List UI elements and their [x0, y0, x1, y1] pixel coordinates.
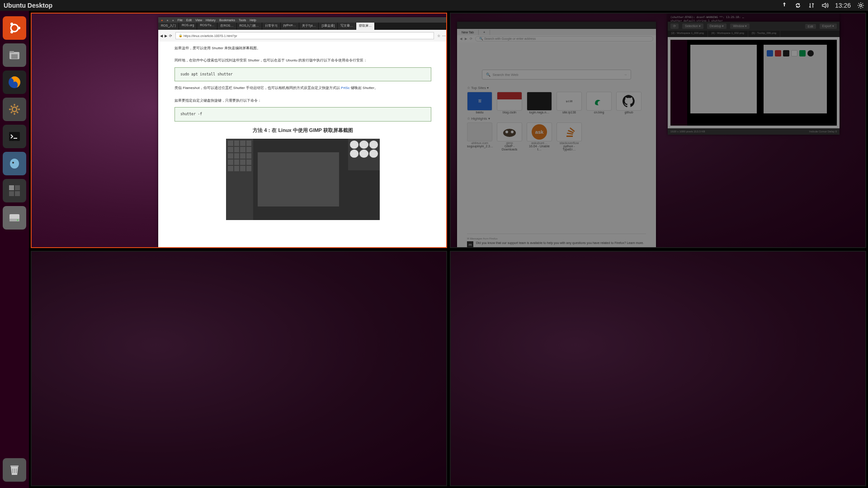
svg-point-18: [17, 220, 19, 221]
top-sites-grid: 百baidu blog.csdn login.rwgs.n… ip138site…: [467, 92, 646, 114]
menu-icon[interactable]: ⋯: [442, 34, 446, 38]
highlights-label: ☆ Highlights ▾: [467, 117, 646, 121]
svg-point-1: [11, 24, 18, 32]
shutter-window[interactable]: ⟳ Selection ▾ Desktop ▾ Window ▾ Edit Ex…: [668, 22, 840, 135]
svg-point-20: [503, 129, 516, 137]
browser-window[interactable]: ●●● File Edit View History Bookmarks Too…: [158, 17, 447, 248]
sync-icon[interactable]: [794, 2, 802, 9]
terminal-icon[interactable]: [3, 125, 26, 148]
workspace-2[interactable]: (shutter:8766): dconf-WARNING **: 13:25:…: [450, 13, 866, 248]
svg-rect-15: [15, 191, 20, 196]
clock[interactable]: 13:26: [835, 2, 851, 9]
svg-point-21: [505, 131, 508, 133]
workspace-grid: ●●● File Edit View History Bookmarks Too…: [29, 11, 868, 488]
firefox-message: ✉ Messages from Firefox mDid you know th…: [467, 234, 646, 248]
code-block-1: sudo apt install shutter: [175, 67, 431, 82]
workspace-1[interactable]: ●●● File Edit View History Bookmarks Too…: [31, 13, 447, 248]
workspace-switcher-icon[interactable]: [3, 179, 26, 202]
forward-icon[interactable]: ▶: [465, 37, 467, 41]
top-sites-label: ☆ Top Sites ▾: [467, 86, 646, 90]
shutter-toolbar[interactable]: ⟳ Selection ▾ Desktop ▾ Window ▾ Edit Ex…: [668, 22, 840, 31]
ff-urlbar[interactable]: 🔍 Search with Google or enter address: [475, 36, 653, 42]
page-content: 如果这些，度可以使用 Shutter 来快速编辑屏幕截图。 同样地，在软件中心搜…: [158, 42, 447, 248]
star-icon[interactable]: ☆: [437, 34, 440, 38]
svg-point-9: [12, 107, 17, 112]
top-panel: Ubuntu Desktop 13:26: [0, 0, 868, 11]
ksnip-icon[interactable]: [3, 152, 26, 175]
dash-icon[interactable]: [3, 16, 26, 40]
svg-point-11: [12, 162, 14, 164]
updates-icon[interactable]: [781, 2, 788, 9]
svg-point-4: [10, 31, 13, 33]
code-block-2: shutter -f: [175, 107, 431, 122]
reload-icon[interactable]: ⟳: [169, 34, 172, 38]
shutter-preview: [668, 37, 840, 128]
svg-rect-6: [9, 51, 14, 53]
section-heading: 方法 4：在 Linux 中使用 GIMP 获取屏幕截图: [175, 126, 431, 135]
panel-title: Ubuntu Desktop: [4, 2, 52, 9]
workspace-3[interactable]: [31, 251, 447, 486]
highlights-grid: ubtinux.comsogoupinyin_2.3… gimpGIMP - D…: [467, 122, 646, 151]
firefox-window[interactable]: New Tab + ◀ ▶ ⟳ 🔍 Search with Google or …: [457, 22, 656, 248]
new-tab-button[interactable]: +: [479, 30, 490, 35]
system-gear-icon[interactable]: [857, 2, 864, 9]
browser-menubar[interactable]: ●●● File Edit View History Bookmarks Too…: [158, 17, 447, 23]
svg-rect-12: [9, 185, 14, 190]
settings-gear-icon[interactable]: [3, 98, 26, 121]
volume-icon[interactable]: [821, 2, 829, 9]
files-icon[interactable]: [3, 43, 26, 67]
svg-rect-7: [11, 54, 18, 59]
svg-point-22: [511, 131, 514, 133]
network-icon[interactable]: [808, 2, 815, 9]
disk-icon[interactable]: [3, 206, 26, 230]
back-icon[interactable]: ◀: [460, 37, 462, 41]
shutter-file-tabs[interactable]: [2] - Workspace 1_000.png [4] - Workspac…: [668, 31, 840, 37]
svg-point-2: [18, 27, 20, 29]
workspace-4[interactable]: [450, 251, 866, 486]
firefox-tab[interactable]: New Tab: [457, 30, 479, 35]
svg-rect-14: [9, 191, 14, 196]
browser-tabs[interactable]: ROS_入门 ROS.org ROS/Tu… 在ROS… ROS入门教… 日常学…: [158, 23, 447, 30]
url-bar[interactable]: 🔒 https://linux.cn/article-10070-1.html?…: [175, 32, 434, 39]
back-icon[interactable]: ◀: [160, 34, 163, 38]
web-search-input[interactable]: 🔍 Search the Web →: [482, 70, 631, 80]
svg-point-3: [10, 23, 13, 25]
firefox-icon[interactable]: [3, 70, 26, 94]
launcher: [0, 11, 29, 488]
svg-rect-13: [15, 185, 20, 190]
shutter-statusbar: 868 x 488 pixels 213.3 KB Include Curs…: [668, 128, 840, 135]
svg-rect-19: [10, 465, 19, 467]
gimp-screenshot-thumb: [226, 139, 380, 220]
svg-point-0: [860, 5, 862, 7]
trash-icon[interactable]: [3, 458, 26, 482]
reload-icon[interactable]: ⟳: [470, 37, 472, 41]
forward-icon[interactable]: ▶: [165, 34, 167, 38]
svg-rect-10: [9, 132, 20, 141]
